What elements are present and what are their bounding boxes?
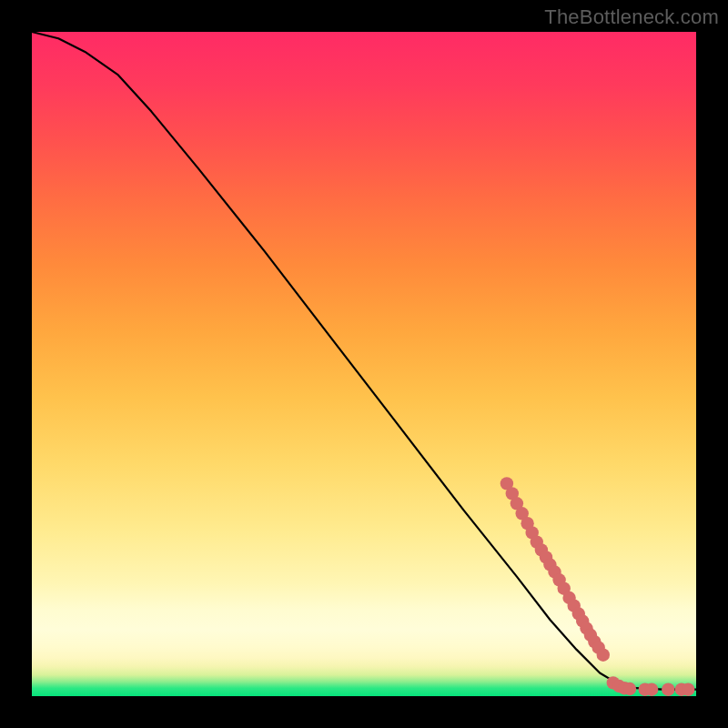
scatter-point bbox=[645, 683, 658, 696]
chart-frame: TheBottleneck.com bbox=[0, 0, 728, 728]
bottleneck-curve bbox=[32, 32, 696, 690]
watermark-text: TheBottleneck.com bbox=[544, 5, 719, 29]
scatter-point bbox=[682, 683, 694, 696]
scatter-point bbox=[597, 649, 610, 662]
scatter-point bbox=[662, 683, 674, 696]
scatter-points bbox=[500, 477, 695, 696]
chart-overlay bbox=[32, 32, 696, 696]
scatter-point bbox=[623, 682, 636, 695]
